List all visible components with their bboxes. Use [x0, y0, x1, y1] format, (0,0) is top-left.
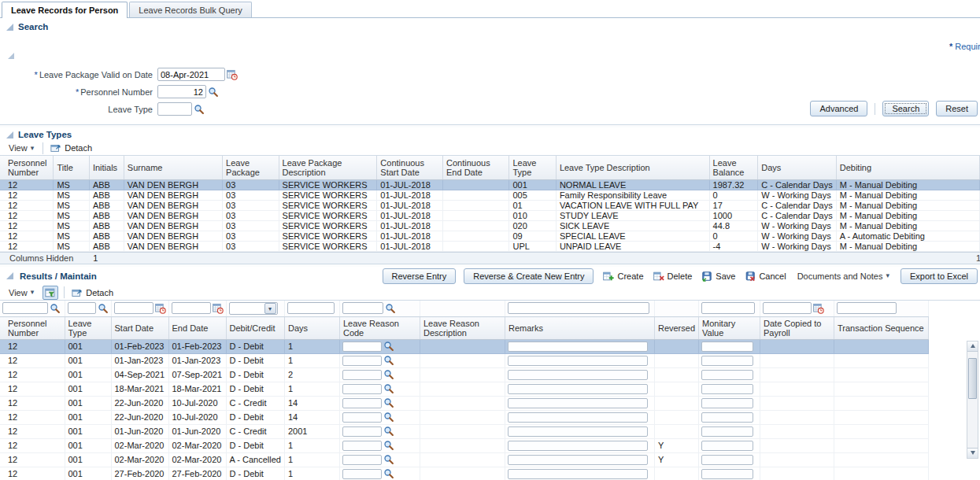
- magnifier-icon[interactable]: [208, 87, 219, 98]
- leave-package-valid-on-date-field[interactable]: [157, 68, 225, 81]
- tab-leave-records-bulk-query[interactable]: Leave Records Bulk Query: [129, 2, 251, 17]
- remarks-input[interactable]: [508, 398, 648, 408]
- detach-button[interactable]: Detach: [70, 287, 113, 298]
- column-header-debit-credit[interactable]: Debit/Credit: [226, 317, 284, 340]
- collapse-group-icon[interactable]: [8, 53, 14, 59]
- leave-reason-code-input[interactable]: [342, 469, 382, 479]
- leave-reason-code-input[interactable]: [342, 426, 382, 437]
- magnifier-icon[interactable]: [383, 426, 394, 437]
- magnifier-icon[interactable]: [50, 303, 61, 314]
- collapse-results-icon[interactable]: [6, 272, 13, 279]
- leave-type-row[interactable]: 12MSABBVAN DEN BERGH03SERVICE WORKERS01-…: [0, 200, 980, 210]
- column-header-leave-balance[interactable]: Leave Balance: [709, 156, 758, 179]
- monitary-value-input[interactable]: [701, 412, 753, 423]
- result-row[interactable]: 1200118-Mar-202118-Mar-2021D - Debit1: [0, 382, 929, 397]
- filter-debit-credit-select[interactable]: ▾: [229, 302, 278, 315]
- monitary-value-input[interactable]: [701, 455, 753, 465]
- monitary-value-input[interactable]: [701, 469, 753, 479]
- magnifier-icon[interactable]: [383, 355, 394, 366]
- view-menu-button[interactable]: View▾: [6, 287, 37, 298]
- filter-remarks-input[interactable]: [508, 302, 649, 314]
- advanced-button[interactable]: Advanced: [810, 101, 867, 116]
- detach-button[interactable]: Detach: [49, 142, 92, 153]
- monitary-value-input[interactable]: [701, 370, 753, 380]
- remarks-input[interactable]: [508, 370, 648, 380]
- filter-start-date-input[interactable]: [114, 302, 153, 314]
- monitary-value-input[interactable]: [701, 398, 753, 408]
- filter-leave-type-input[interactable]: [68, 302, 96, 314]
- filter-monitary-value-input[interactable]: [701, 302, 755, 314]
- magnifier-icon[interactable]: [383, 383, 394, 394]
- result-row[interactable]: 1200101-Feb-202301-Feb-2023D - Debit1: [0, 340, 929, 354]
- column-header-end-date[interactable]: End Date: [168, 317, 226, 340]
- date-picker-icon[interactable]: [813, 303, 824, 314]
- export-to-excel-button[interactable]: Export to Excel: [900, 268, 978, 284]
- column-header-leave-reason-description[interactable]: Leave Reason Description: [420, 317, 505, 340]
- leave-reason-code-input[interactable]: [342, 455, 382, 465]
- column-header-monitary-value[interactable]: Monitary Value: [699, 317, 760, 340]
- column-header-personnel-number[interactable]: Personnel Number: [0, 156, 54, 179]
- column-header-transaction-sequence[interactable]: Transaction Sequence: [834, 317, 929, 340]
- column-header-leave-type-description[interactable]: Leave Type Description: [556, 156, 709, 179]
- column-header-leave-reason-code[interactable]: Leave Reason Code: [339, 317, 420, 340]
- column-header-continuous-start-date[interactable]: Continuous Start Date: [377, 156, 443, 179]
- leave-reason-code-input[interactable]: [342, 441, 382, 451]
- delete-button[interactable]: Delete: [652, 271, 693, 282]
- filter-days-input[interactable]: [287, 302, 335, 314]
- column-header-reversed[interactable]: Reversed: [654, 317, 698, 340]
- result-row[interactable]: 1200104-Sep-202107-Sep-2021D - Debit2: [0, 368, 929, 382]
- personnel-number-field[interactable]: [157, 85, 206, 98]
- remarks-input[interactable]: [508, 441, 648, 451]
- column-header-leave-package-description[interactable]: Leave Package Description: [279, 156, 377, 179]
- search-button[interactable]: Search: [882, 101, 929, 116]
- reverse-entry-button[interactable]: Reverse Entry: [383, 268, 457, 284]
- query-by-example-toggle[interactable]: [43, 286, 58, 300]
- leave-type-row[interactable]: 12MSABBVAN DEN BERGH03SERVICE WORKERS01-…: [0, 190, 980, 200]
- result-row[interactable]: 1200102-Mar-202002-Mar-2020A - Cancelled…: [0, 453, 929, 467]
- magnifier-icon[interactable]: [194, 104, 205, 115]
- result-row[interactable]: 1200122-Jun-202010-Jul-2020C - Credit14: [0, 397, 929, 411]
- reverse-create-new-entry-button[interactable]: Reverse & Create New Entry: [464, 268, 594, 284]
- leave-reason-code-input[interactable]: [342, 370, 382, 380]
- monitary-value-input[interactable]: [701, 384, 753, 394]
- magnifier-icon[interactable]: [98, 303, 109, 314]
- column-header-leave-package[interactable]: Leave Package: [223, 156, 279, 179]
- column-header-personnel-number[interactable]: Personnel Number: [0, 317, 65, 340]
- documents-and-notes-menu[interactable]: Documents and Notes▾: [794, 271, 893, 282]
- leave-type-row[interactable]: 12MSABBVAN DEN BERGH03SERVICE WORKERS01-…: [0, 231, 980, 241]
- magnifier-icon[interactable]: [383, 454, 394, 465]
- date-picker-icon[interactable]: [155, 303, 166, 314]
- leave-reason-code-input[interactable]: [342, 412, 382, 423]
- result-row[interactable]: 1200101-Jan-202301-Jan-2023D - Debit1: [0, 354, 929, 368]
- remarks-input[interactable]: [508, 412, 648, 423]
- result-row[interactable]: 1200127-Feb-202027-Feb-2020D - Debit1: [0, 467, 929, 480]
- monitary-value-input[interactable]: [701, 441, 753, 451]
- magnifier-icon[interactable]: [383, 369, 394, 380]
- scroll-down-button[interactable]: [967, 448, 978, 458]
- column-header-continuous-end-date[interactable]: Continuous End Date: [443, 156, 509, 179]
- column-header-days[interactable]: Days: [284, 317, 339, 340]
- monitary-value-input[interactable]: [701, 356, 753, 366]
- result-row[interactable]: 1200101-Jun-202001-Jun-2020C - Credit200…: [0, 425, 929, 439]
- remarks-input[interactable]: [508, 469, 648, 479]
- remarks-input[interactable]: [508, 426, 648, 437]
- collapse-search-icon[interactable]: [6, 24, 13, 31]
- leave-reason-code-input[interactable]: [342, 342, 382, 352]
- leave-reason-code-input[interactable]: [342, 398, 382, 408]
- column-header-date-copied-to-payroll[interactable]: Date Copied to Payroll: [760, 317, 834, 340]
- magnifier-icon[interactable]: [383, 440, 394, 451]
- date-picker-icon[interactable]: [213, 303, 224, 314]
- reset-button[interactable]: Reset: [936, 101, 978, 116]
- magnifier-icon[interactable]: [383, 412, 394, 423]
- vertical-scrollbar[interactable]: [967, 341, 978, 459]
- column-header-leave-type[interactable]: Leave Type: [65, 317, 111, 340]
- magnifier-icon[interactable]: [383, 468, 394, 479]
- column-header-surname[interactable]: Surname: [124, 156, 222, 179]
- column-header-initials[interactable]: Initials: [89, 156, 124, 179]
- magnifier-icon[interactable]: [383, 341, 394, 352]
- magnifier-icon[interactable]: [383, 397, 394, 408]
- cancel-button[interactable]: Cancel: [743, 271, 786, 282]
- collapse-leave-types-icon[interactable]: [6, 131, 13, 138]
- leave-reason-code-input[interactable]: [342, 384, 382, 394]
- filter-end-date-input[interactable]: [172, 302, 211, 314]
